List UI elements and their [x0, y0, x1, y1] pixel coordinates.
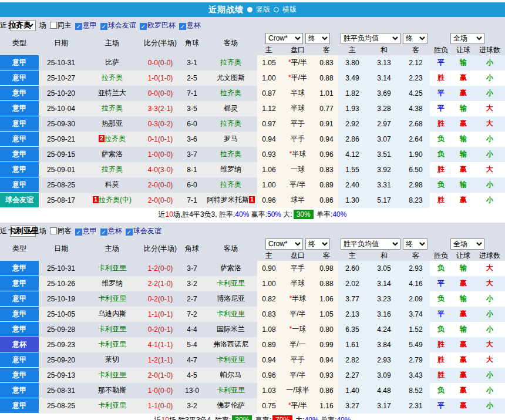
- type-cell: 意甲: [0, 116, 39, 132]
- sub-header-avg_away: 客: [402, 45, 430, 55]
- type-cell: 球会友谊: [0, 193, 39, 208]
- avg-away-cell: 5.49: [402, 337, 430, 352]
- match-row: 意甲25-10-04拉齐奥3-3(2-1)3-5都灵1.12半球0.771.93…: [0, 101, 505, 116]
- home-team-cell: 卡利亚里: [83, 398, 141, 414]
- home-team-name: 那不勒斯: [98, 386, 126, 394]
- radio-unselected-icon[interactable]: [274, 7, 279, 12]
- league-label-1[interactable]: 球会友谊: [108, 21, 136, 29]
- score-cell: 4-0(3-0): [141, 162, 180, 177]
- odds-company-select[interactable]: Crow*: [265, 238, 303, 250]
- handicap-cell: *平/半: [281, 398, 315, 414]
- type-cell: 意甲: [0, 352, 39, 368]
- handicap-cell: 平手: [281, 116, 315, 132]
- avg-home-cell: 3.80: [338, 55, 366, 70]
- summary-part: 赢率:: [249, 210, 267, 219]
- avg-away-cell: 3.43: [402, 368, 430, 383]
- result-cell: 胜: [430, 162, 452, 177]
- date-cell: 25-09-30: [39, 116, 83, 132]
- handicap-result-cell: 输: [452, 322, 474, 337]
- league-checkbox-2[interactable]: ✓: [126, 229, 133, 236]
- full-time-score: 1-0: [148, 150, 158, 159]
- match-row: 意杯25-09-23卡利亚里4-1(1-1)5-4弗洛西诺尼0.89半/一0.9…: [0, 337, 505, 352]
- odds-final-select[interactable]: 终: [305, 238, 330, 250]
- handicap-cell: 半球: [281, 86, 315, 101]
- avg-odds-header: 胜平负均值终: [338, 31, 430, 45]
- match-row: 意甲25-08-25卡利亚里1-1(0-0)3-2佛罗伦萨0.75*平/半1.1…: [0, 398, 505, 414]
- score-cell: 3-3(2-1): [141, 101, 180, 116]
- sub-header-handicap_result: 让球: [452, 251, 474, 261]
- radio-horizontal-label[interactable]: 横版: [282, 5, 297, 15]
- league-label-1[interactable]: 意杯: [108, 227, 122, 235]
- avg-select[interactable]: 胜平负均值: [341, 33, 400, 44]
- handicap-value: 半球: [292, 150, 306, 158]
- avg-select[interactable]: 胜平负均值: [341, 238, 400, 250]
- odds-company-select[interactable]: Crow*: [265, 33, 303, 44]
- league-checkbox-1[interactable]: ✓: [100, 229, 107, 236]
- league-label-2[interactable]: 球会友谊: [133, 227, 161, 235]
- handicap-value: 半球: [291, 89, 305, 97]
- same-venue-checkbox[interactable]: [50, 227, 57, 234]
- type-cell: 意甲: [0, 147, 39, 162]
- score-cell: 0-0(0-0): [141, 86, 180, 101]
- league-label-2[interactable]: 欧罗巴杯: [147, 21, 176, 29]
- same-venue-label[interactable]: 同客: [58, 227, 72, 235]
- score-cell: 1-2(1-1): [141, 352, 180, 368]
- goals-cell: 大: [474, 276, 505, 291]
- date-cell: 25-09-15: [39, 147, 83, 162]
- result-cell: 平: [430, 398, 452, 414]
- league-checkbox-0[interactable]: ✓: [75, 229, 82, 236]
- avg-final-select[interactable]: 终: [403, 238, 427, 250]
- home-team-name: 卡利亚里: [98, 401, 126, 409]
- away-team-cell: 卡利亚里: [204, 352, 257, 368]
- away-team-name: 弗洛西诺尼: [213, 340, 248, 348]
- away-team-cell: 拉齐奥: [204, 86, 257, 101]
- league-checkbox-3[interactable]: ✓: [179, 23, 186, 30]
- section-header: 拉齐奥近 10 场同主✓意甲✓球会友谊✓欧罗巴杯✓意杯类型日期主场比分(半场)角…: [0, 17, 505, 208]
- away-team-name: 拉齐奥: [220, 89, 241, 97]
- league-checkbox-0[interactable]: ✓: [75, 23, 82, 30]
- league-label-3[interactable]: 意杯: [187, 21, 201, 29]
- league-label-0[interactable]: 意甲: [83, 227, 97, 235]
- match-row: 意甲25-09-30热那亚0-3(0-2)6-0拉齐奥0.97平手0.912.9…: [0, 116, 505, 132]
- avg-draw-cell: 2.97: [366, 116, 402, 132]
- full-time-score: 0-2: [148, 325, 158, 334]
- away-team-cell: 维罗纳: [204, 162, 257, 177]
- corners-cell: 7-1: [180, 193, 204, 208]
- home-team-name: 卡利亚里: [98, 371, 126, 379]
- handicap-result-cell: 赢: [452, 368, 474, 383]
- league-checkbox-2[interactable]: ✓: [140, 23, 147, 30]
- odds-home-cell: 1.06: [257, 162, 281, 177]
- scope-header: 全场: [430, 31, 505, 45]
- goals-cell: 小: [474, 307, 505, 322]
- avg-draw-cell: 3.51: [366, 147, 402, 162]
- type-cell: 意杯: [0, 337, 39, 352]
- handicap-result-cell: 赢: [452, 337, 474, 352]
- odds-home-cell: 0.87: [257, 86, 281, 101]
- date-cell: 25-10-31: [39, 261, 83, 276]
- away-team-name: 佛罗伦萨: [217, 401, 245, 409]
- avg-final-select[interactable]: 终: [403, 33, 427, 44]
- away-team-cell: 都灵: [204, 101, 257, 116]
- league-checkbox-1[interactable]: ✓: [100, 23, 107, 30]
- odds-final-select[interactable]: 终: [305, 33, 330, 44]
- col-header-type: 类型: [0, 31, 39, 55]
- avg-draw-cell: 3.84: [366, 337, 402, 352]
- summary-part: 近: [154, 416, 161, 420]
- handicap-result-cell: 赢: [452, 193, 474, 208]
- scope-select[interactable]: 全场: [450, 238, 484, 250]
- half-time-score: (1-1): [158, 356, 173, 364]
- radio-vertical-label[interactable]: 竖版: [256, 5, 270, 15]
- radio-selected-icon[interactable]: [247, 7, 253, 12]
- home-team-name: 拉齐奥(中): [99, 196, 132, 204]
- avg-away-cell: 4.16: [402, 276, 430, 291]
- team-name: 卡利亚里: [8, 225, 39, 237]
- league-label-0[interactable]: 意甲: [83, 21, 97, 29]
- same-venue-label[interactable]: 同主: [58, 21, 72, 29]
- corners-cell: 8-1: [180, 162, 204, 177]
- type-cell: 意甲: [0, 70, 39, 86]
- away-team-cell: 博洛尼亚: [204, 291, 257, 307]
- scope-select[interactable]: 全场: [450, 33, 484, 44]
- same-venue-checkbox[interactable]: [50, 22, 57, 29]
- sub-header-odds_away: 客: [315, 45, 338, 55]
- avg-away-cell: 3.74: [402, 307, 430, 322]
